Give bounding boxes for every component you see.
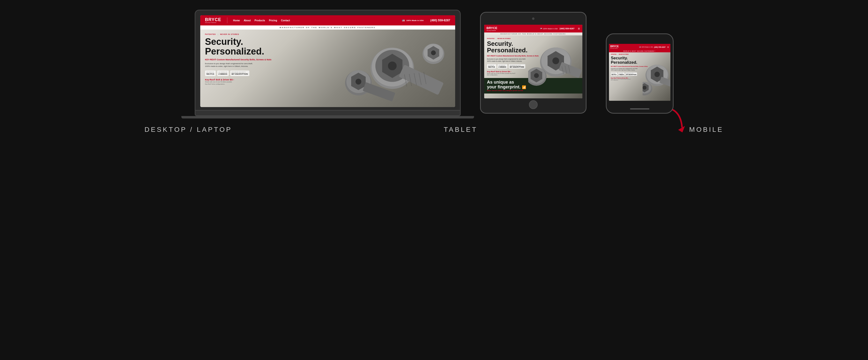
tablet-logo: BRYCE Security Fastener: [487, 26, 497, 31]
mobile-made-in-usa: 100% Made in USA: [641, 46, 653, 48]
devices-row: BRYCE Security Fastener Home About Produ…: [14, 10, 854, 118]
tablet-made-in-usa: 100% Made in USA: [543, 28, 558, 30]
tablet-nav: BRYCE Security Fastener 🇺🇸 100% Made in …: [484, 25, 582, 32]
mobile-badge-sep: |: [617, 54, 618, 55]
mobile-menu-icon[interactable]: ≡: [667, 46, 669, 49]
laptop-base: [195, 111, 461, 116]
tablet-label: TABLET: [444, 126, 478, 134]
mobile-nav: BRYCE Security Fastener 🇺🇸 100% Made in …: [609, 44, 671, 50]
mobile-label: MOBILE: [689, 126, 724, 134]
nav-link-products[interactable]: Products: [255, 19, 265, 22]
svg-point-42: [643, 86, 646, 90]
made-in-usa-text: 100% Made in USA: [406, 19, 424, 22]
tablet-mfr-bar: MANUFACTURER OF THE WORLD'S MOST SECURE …: [484, 32, 582, 35]
mobile-stat-weeks: AS SOON AS 2 WEEKS: [618, 73, 625, 76]
tablet-flag-icon: 🇺🇸: [540, 28, 542, 30]
mobile-logo-brand: BRYCE: [611, 45, 619, 48]
mobile-hero: PATENTED | NEVER IN STORES Security. Per…: [609, 52, 671, 101]
logo-brand-name: BRYCE: [205, 18, 221, 22]
mobile-patented-badge: PATENTED: [611, 54, 617, 55]
hero-stat-encryption: MAXIMUM SECURITY BIT ENCRYPTION: [230, 71, 249, 76]
tablet-stat-weeks: AS SOON AS 2 WEEKS: [497, 64, 508, 68]
tablet-logo-sub: Security Fastener: [487, 30, 497, 31]
desktop-hero-cta-sub: Shown with one of over 55 billion possib…: [205, 81, 450, 85]
usa-flag-icon: 🇺🇸: [402, 19, 405, 22]
nav-link-pricing[interactable]: Pricing: [269, 19, 277, 22]
desktop-hero-cta[interactable]: Key-Rex® Bolt & Driver Bit ›: [205, 79, 450, 81]
hero-title-line2: Personalized.: [205, 47, 450, 56]
desktop-hero: PATENTED | NEVER IN STORES Security. Per…: [200, 30, 455, 107]
tablet-home-button[interactable]: [529, 100, 538, 109]
tablet-hero-title: Security. Personalized.: [487, 40, 580, 54]
tablet-hero-subtitle: KEY-REX® Custom Manufactured Security Bo…: [487, 55, 580, 57]
desktop-label: DESKTOP / LAPTOP: [145, 126, 232, 134]
tablet-hero: PATENTED | NEVER IN STORES Security. Per…: [484, 35, 582, 99]
mobile-hero-cta-sub: Shown with one of over 55 billion possib…: [611, 79, 669, 81]
mobile-top-bar: WORLD'S MOST SECURE FASTENERS™: [609, 50, 671, 52]
desktop-hero-desc: Exclusive-to-you design that's engineere…: [205, 62, 450, 67]
tablet-device: BRYCE Security Fastener 🇺🇸 100% Made in …: [480, 12, 587, 114]
tablet-hero-stats: AS FEW AS 500 PCS AS SOON AS 2 WEEKS MAX…: [487, 64, 580, 68]
mobile-hero-badges: PATENTED | NEVER IN STORES: [611, 54, 669, 55]
device-labels-row: DESKTOP / LAPTOP TABLET MOBILE: [14, 126, 854, 134]
desktop-hero-content: PATENTED | NEVER IN STORES Security. Per…: [200, 30, 455, 89]
scene: BRYCE Security Fastener Home About Produ…: [0, 0, 868, 360]
tablet-never-in-stores-badge: NEVER IN STORES: [497, 38, 511, 39]
mobile-logo: BRYCE Security Fastener: [611, 45, 619, 49]
mobile-nav-flag: 🇺🇸 100% Made in USA: [639, 46, 653, 48]
tablet-logo-brand: BRYCE: [487, 26, 497, 30]
tablet-nav-flag: 🇺🇸 100% Made in USA: [540, 28, 558, 30]
tablet-screen: BRYCE Security Fastener 🇺🇸 100% Made in …: [484, 25, 582, 99]
nav-link-contact[interactable]: Contact: [281, 19, 290, 22]
mobile-notch: [632, 38, 647, 41]
tablet-hero-desc: Exclusive-to-you design that's engineere…: [487, 58, 580, 62]
mobile-hero-title: Security. Personalized.: [611, 56, 669, 65]
nav-link-about[interactable]: About: [244, 19, 251, 22]
badge-separator: |: [218, 33, 218, 35]
laptop-device: BRYCE Security Fastener Home About Produ…: [195, 10, 461, 118]
tablet-stat-pcs: AS FEW AS 500 PCS: [487, 64, 496, 68]
never-in-stores-badge: NEVER IN STORES: [220, 33, 239, 35]
logo-divider: [227, 18, 227, 23]
mobile-logo-sub: Security Fastener: [611, 48, 619, 49]
tablet-hero-badges: PATENTED | NEVER IN STORES: [487, 38, 580, 39]
laptop-frame: BRYCE Security Fastener Home About Produ…: [195, 10, 461, 118]
mobile-stat-pcs: AS FEW AS 500 PCS: [611, 73, 617, 76]
hero-title-line1: Security.: [205, 37, 450, 47]
mobile-screen: BRYCE Security Fastener 🇺🇸 100% Made in …: [609, 44, 671, 101]
mobile-never-in-stores-badge: NEVER IN STORES: [619, 54, 628, 55]
laptop-screen: BRYCE Security Fastener Home About Produ…: [200, 15, 455, 107]
laptop-body: BRYCE Security Fastener Home About Produ…: [195, 10, 461, 111]
hero-stat-weeks: AS SOON AS 2 WEEKS: [217, 71, 229, 76]
desktop-nav-flag: 🇺🇸 100% Made in USA: [402, 19, 424, 22]
mobile-hero-subtitle: KEY-REX® Custom Manufactured Security Bo…: [611, 66, 669, 67]
tablet-hero-content: PATENTED | NEVER IN STORES Security. Per…: [484, 35, 582, 78]
desktop-hero-badges: PATENTED | NEVER IN STORES: [205, 33, 450, 35]
desktop-hero-subtitle: KEY-REX® Custom Manufactured Security Bo…: [205, 58, 450, 61]
tablet-patented-badge: PATENTED: [487, 38, 495, 39]
tablet-hero-cta[interactable]: Key-Rex® Bolt & Driver Bit ›: [487, 71, 580, 73]
desktop-hero-stats: AS FEW AS 500 PCS AS SOON AS 2 WEEKS MAX…: [205, 71, 450, 76]
nav-link-home[interactable]: Home: [233, 19, 240, 22]
desktop-phone[interactable]: (480) 559-8287: [430, 19, 450, 22]
desktop-nav: BRYCE Security Fastener Home About Produ…: [200, 15, 455, 25]
tablet-menu-icon[interactable]: ≡: [578, 27, 580, 30]
laptop-foot: [181, 116, 474, 118]
desktop-hero-title: Security. Personalized.: [205, 37, 450, 56]
mobile-phone[interactable]: (480) 559-8287: [654, 46, 665, 48]
tablet-stat-encryption: MAXIMUM SECURITY BIT ENCRYPTION: [508, 64, 525, 68]
mobile-home-bar: [630, 108, 649, 110]
desktop-mfr-bar: MANUFACTURER OF THE WORLD'S MOST SECURE …: [200, 25, 455, 30]
hero-stat-pcs: AS FEW AS 500 PCS: [205, 71, 216, 76]
mobile-stat-encryption: MAXIMUM SECURITY BIT ENCRYPTION: [625, 73, 637, 76]
tablet-phone[interactable]: (480) 559-8287: [560, 27, 575, 30]
tablet-badge-sep: |: [496, 38, 496, 39]
tablet-camera: [532, 18, 534, 20]
desktop-logo: BRYCE Security Fastener: [205, 18, 221, 23]
tablet-hero-cta-sub: Shown with one of over 55 billion possib…: [487, 73, 580, 76]
logo-tagline: Security Fastener: [205, 22, 221, 23]
mobile-hero-desc: Exclusive-to-you design that's engineere…: [611, 68, 669, 71]
patented-badge: PATENTED: [205, 33, 216, 35]
mobile-flag-icon: 🇺🇸: [639, 46, 641, 48]
desktop-nav-links: Home About Products Pricing Contact: [233, 19, 398, 22]
